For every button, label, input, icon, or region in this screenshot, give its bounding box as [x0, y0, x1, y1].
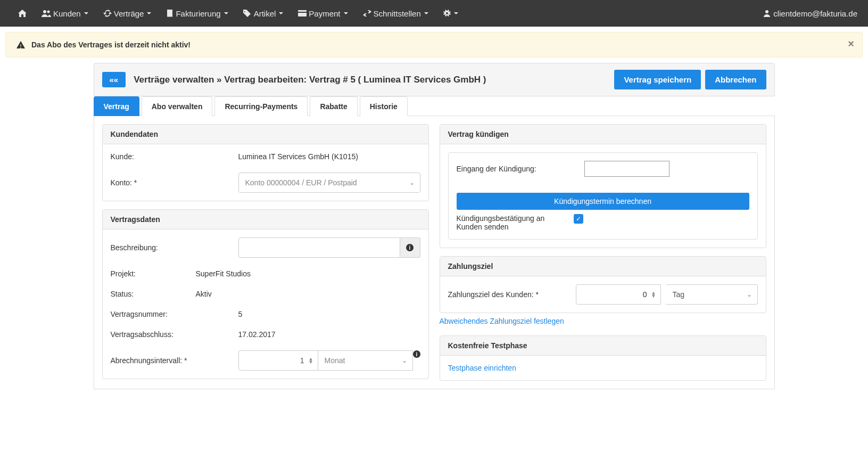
left-column: Kundendaten Kunde: Luminea IT Services G…: [102, 124, 429, 379]
alert-text: Das Abo des Vertrages ist derzeit nicht …: [31, 40, 191, 49]
projekt-value: SuperFit Studios: [196, 269, 420, 278]
status-value: Aktiv: [196, 290, 420, 298]
caret-icon: [344, 12, 348, 14]
abw-ziel-link[interactable]: Abweichendes Zahlungsziel festlegen: [440, 317, 766, 325]
users-icon: [42, 10, 51, 17]
chevron-down-icon: ⌄: [409, 179, 415, 186]
save-button[interactable]: Vertrag speichern: [614, 70, 701, 89]
intervall-unit: Monat: [325, 356, 345, 365]
tags-icon: [243, 10, 252, 17]
svg-rect-2: [298, 10, 307, 17]
ziel-unit-select[interactable]: Tag ⌄: [666, 284, 758, 305]
status-label: Status:: [111, 290, 196, 298]
alert-warning: Das Abo des Vertrages ist derzeit nicht …: [5, 32, 863, 58]
eingang-input[interactable]: [584, 161, 669, 177]
content: Kundendaten Kunde: Luminea IT Services G…: [94, 116, 775, 389]
nav-schnittstellen[interactable]: Schnittstellen: [356, 0, 436, 27]
navbar: Kunden Verträge Fakturierung Artikel Pay…: [0, 0, 868, 27]
projekt-label: Projekt:: [111, 269, 196, 278]
nav-label: Payment: [309, 9, 340, 18]
tab-rabatte[interactable]: Rabatte: [310, 96, 357, 116]
panel-testphase: Kostenfreie Testphase Testphase einricht…: [440, 335, 766, 381]
svg-text:i: i: [416, 351, 417, 357]
svg-point-0: [43, 10, 46, 13]
back-button[interactable]: ««: [102, 72, 126, 87]
nav-label: Verträge: [114, 9, 144, 18]
info-icon: i: [406, 244, 414, 251]
tab-abo[interactable]: Abo verwalten: [142, 96, 213, 116]
info-addon[interactable]: i: [400, 237, 420, 258]
konto-select[interactable]: Konto 00000004 / EUR / Postpaid ⌄: [238, 173, 420, 193]
warning-icon: [16, 41, 25, 48]
user-icon: [764, 10, 770, 17]
kunde-value: Luminea IT Services GmbH (K1015): [238, 152, 420, 161]
tab-vertrag[interactable]: Vertrag: [94, 96, 139, 116]
svg-rect-3: [298, 12, 307, 13]
panel-kundendaten: Kundendaten Kunde: Luminea IT Services G…: [102, 124, 429, 201]
cancel-button[interactable]: Abbrechen: [705, 70, 766, 89]
nav-fakturierung[interactable]: Fakturierung: [159, 0, 235, 27]
intervall-value: 1: [300, 356, 304, 365]
konto-label: Konto: *: [111, 178, 238, 187]
chevron-down-icon: ⌄: [402, 357, 407, 364]
spinner[interactable]: ▲▼: [309, 357, 313, 364]
panel-heading: Zahlungsziel: [440, 257, 766, 276]
alert-close[interactable]: ×: [848, 38, 854, 50]
nav-home[interactable]: [11, 0, 34, 27]
beschreibung-input[interactable]: [238, 237, 400, 258]
exchange-icon: [363, 10, 371, 17]
caret-icon: [224, 12, 228, 14]
konto-selected: Konto 00000004 / EUR / Postpaid: [245, 178, 357, 187]
panel-heading: Kundendaten: [103, 125, 428, 144]
panel-heading: Vertrag kündigen: [440, 125, 766, 144]
info-addon[interactable]: i: [413, 350, 420, 371]
panel-vertragsdaten: Vertragsdaten Beschreibung: i: [102, 209, 429, 379]
abschluss-value: 17.02.2017: [238, 330, 420, 339]
ziel-number[interactable]: 0 ▲▼: [576, 284, 661, 305]
credit-card-icon: [298, 10, 307, 17]
confirm-label: Kündigungsbestätigung an Kunden senden: [457, 214, 568, 231]
intervall-number[interactable]: 1 ▲▼: [238, 350, 318, 371]
caret-icon: [84, 12, 88, 14]
nav-kunden[interactable]: Kunden: [34, 0, 96, 27]
tab-recurring[interactable]: Recurring-Payments: [214, 96, 308, 116]
nav-left: Kunden Verträge Fakturierung Artikel Pay…: [11, 0, 466, 27]
panel-kuendigen: Vertrag kündigen Eingang der Kündigung: …: [440, 124, 766, 248]
nav-label: Artikel: [254, 9, 276, 18]
caret-icon: [424, 12, 428, 14]
nav-payment[interactable]: Payment: [291, 0, 355, 27]
confirm-checkbox[interactable]: ✓: [574, 214, 583, 224]
caret-icon: [279, 12, 283, 14]
nav-vertraege[interactable]: Verträge: [96, 0, 159, 27]
caret-icon: [147, 12, 151, 14]
nummer-value: 5: [238, 310, 420, 318]
nav-label: Fakturierung: [176, 9, 220, 18]
page-title: Verträge verwalten » Vertrag bearbeiten:…: [134, 75, 606, 85]
tab-historie[interactable]: Historie: [360, 96, 408, 116]
testphase-link[interactable]: Testphase einrichten: [448, 364, 516, 372]
nav-user[interactable]: clientdemo@fakturia.de: [764, 9, 857, 18]
kunde-label: Kunde:: [111, 152, 238, 161]
panel-zahlungsziel: Zahlungsziel Zahlungsziel des Kunden: * …: [440, 256, 766, 313]
nummer-label: Vertragsnummer:: [111, 310, 238, 318]
chevron-down-icon: ⌄: [747, 291, 752, 298]
panel-heading: Kostenfreie Testphase: [440, 336, 766, 356]
nav-settings[interactable]: [436, 0, 466, 27]
info-icon: i: [413, 350, 420, 358]
spinner[interactable]: ▲▼: [651, 291, 656, 298]
tabs: Vertrag Abo verwalten Recurring-Payments…: [94, 96, 775, 116]
user-email: clientdemo@fakturia.de: [773, 9, 857, 18]
nav-artikel[interactable]: Artikel: [236, 0, 291, 27]
ziel-label: Zahlungsziel des Kunden: *: [448, 290, 576, 299]
svg-point-1: [47, 11, 50, 13]
nav-label: Kunden: [53, 9, 81, 18]
intervall-unit-select[interactable]: Monat ⌄: [318, 350, 413, 371]
ziel-unit: Tag: [673, 290, 685, 299]
right-column: Vertrag kündigen Eingang der Kündigung: …: [440, 124, 766, 381]
refresh-icon: [103, 10, 112, 17]
abschluss-label: Vertragsabschluss:: [111, 330, 238, 339]
book-icon: [166, 10, 173, 17]
calc-button[interactable]: Kündigungstermin berechnen: [457, 193, 749, 210]
caret-icon: [454, 12, 458, 14]
eingang-label: Eingang der Kündigung:: [457, 165, 584, 173]
